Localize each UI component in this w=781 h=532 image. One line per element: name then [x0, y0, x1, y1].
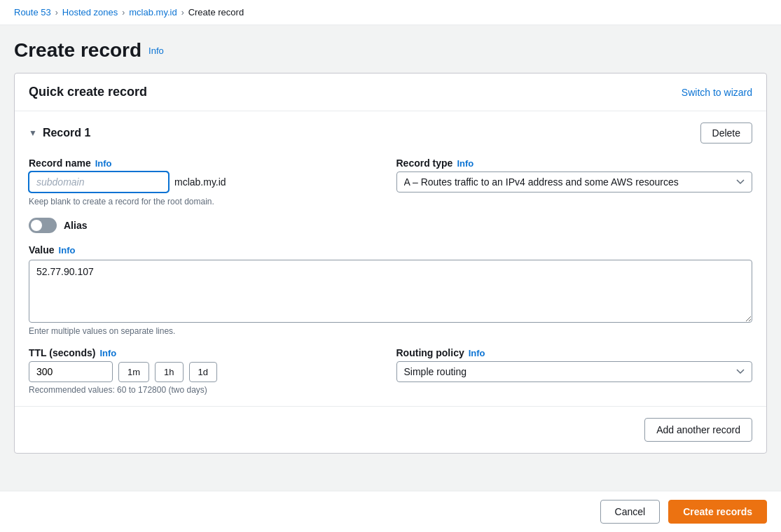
value-info[interactable]: Info: [59, 245, 76, 255]
ttl-hint: Recommended values: 60 to 172800 (two da…: [29, 385, 385, 395]
breadcrumb-domain[interactable]: mclab.my.id: [129, 7, 177, 18]
alias-row: Alias: [29, 218, 752, 233]
breadcrumb-hosted-zones[interactable]: Hosted zones: [62, 7, 118, 18]
breadcrumb-current: Create record: [188, 7, 244, 18]
ttl-1d-button[interactable]: 1d: [189, 362, 217, 382]
record-type-info[interactable]: Info: [457, 158, 474, 169]
ttl-1m-button[interactable]: 1m: [118, 362, 149, 382]
value-label: Value Info: [29, 244, 752, 255]
value-section: Value Info 52.77.90.107 Enter multiple v…: [29, 244, 752, 336]
record-type-field: Record type Info A – Routes traffic to a…: [396, 158, 753, 206]
delete-button[interactable]: Delete: [700, 122, 752, 144]
value-textarea[interactable]: 52.77.90.107: [29, 260, 752, 323]
switch-to-wizard-link[interactable]: Switch to wizard: [682, 87, 752, 98]
ttl-label: TTL (seconds) Info: [29, 347, 385, 358]
breadcrumb-sep-1: ›: [55, 8, 58, 18]
routing-section: Routing policy Info Simple routing Failo…: [396, 347, 753, 395]
record-header: ▼ Record 1 Delete: [29, 122, 752, 144]
record-name-label: Record name Info: [29, 158, 385, 169]
routing-info[interactable]: Info: [469, 348, 485, 358]
create-records-button[interactable]: Create records: [668, 500, 767, 524]
ttl-info[interactable]: Info: [99, 348, 116, 358]
breadcrumb-route53[interactable]: Route 53: [14, 7, 51, 18]
routing-policy-select[interactable]: Simple routing Failover Geolocation Geop…: [396, 361, 753, 382]
routing-label: Routing policy Info: [396, 347, 753, 358]
ttl-1h-button[interactable]: 1h: [155, 362, 183, 382]
domain-suffix: mclab.my.id: [174, 176, 226, 188]
record-name-field: Record name Info mclab.my.id Keep blank …: [29, 158, 385, 206]
card-title: Quick create record: [29, 85, 147, 99]
alias-label: Alias: [64, 220, 87, 231]
value-hint: Enter multiple values on separate lines.: [29, 326, 175, 336]
quick-create-card: Quick create record Switch to wizard ▼ R…: [14, 73, 767, 454]
record-section: ▼ Record 1 Delete Record name Info: [15, 111, 766, 407]
record-type-label: Record type Info: [396, 158, 753, 169]
routing-select-wrapper: Simple routing Failover Geolocation Geop…: [396, 361, 753, 382]
card-footer: Add another record: [15, 407, 766, 453]
add-another-record-button[interactable]: Add another record: [644, 418, 752, 442]
toggle-slider: [29, 218, 57, 233]
bottom-fields: TTL (seconds) Info 1m 1h 1d Recommended …: [29, 347, 752, 395]
alias-toggle[interactable]: [29, 218, 57, 233]
record-type-wrapper: A – Routes traffic to an IPv4 address an…: [396, 172, 753, 192]
record-type-select[interactable]: A – Routes traffic to an IPv4 address an…: [396, 172, 753, 192]
collapse-icon: ▼: [29, 128, 37, 138]
action-bar: Cancel Create records: [0, 491, 781, 532]
ttl-input-row: 1m 1h 1d: [29, 361, 385, 382]
ttl-input[interactable]: [29, 361, 113, 382]
card-header: Quick create record Switch to wizard: [15, 74, 766, 111]
page-header: Create record Info: [0, 25, 781, 73]
record-title: Record 1: [43, 127, 90, 139]
record-name-info[interactable]: Info: [95, 158, 112, 169]
form-grid-top: Record name Info mclab.my.id Keep blank …: [29, 158, 752, 206]
ttl-section: TTL (seconds) Info 1m 1h 1d Recommended …: [29, 347, 385, 395]
cancel-button[interactable]: Cancel: [600, 500, 661, 524]
breadcrumb: Route 53 › Hosted zones › mclab.my.id › …: [0, 0, 781, 25]
record-name-input[interactable]: [29, 172, 169, 192]
record-name-row: mclab.my.id: [29, 172, 385, 192]
breadcrumb-sep-2: ›: [122, 8, 125, 18]
page-title: Create record: [14, 39, 141, 62]
page-info-link[interactable]: Info: [148, 46, 164, 56]
breadcrumb-sep-3: ›: [181, 8, 184, 18]
record-name-hint: Keep blank to create a record for the ro…: [29, 197, 385, 206]
